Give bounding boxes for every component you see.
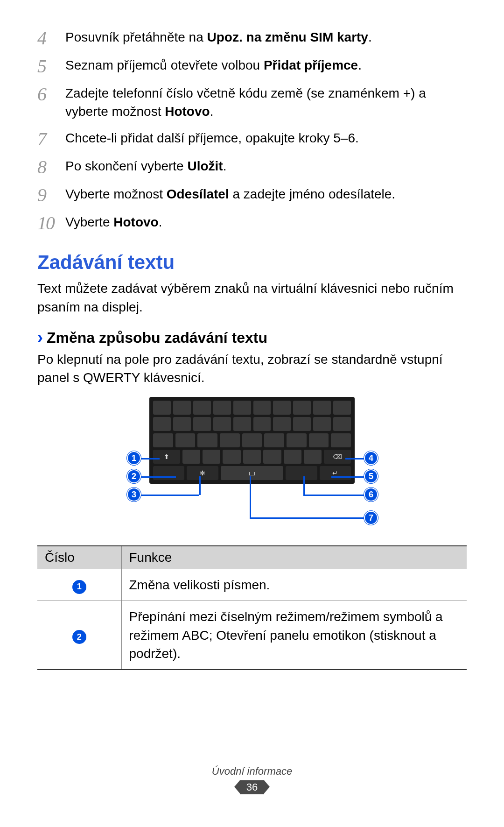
page-footer: Úvodní informace 36 <box>0 765 504 794</box>
step-number: 7 <box>37 129 65 148</box>
chevron-right-icon: › <box>37 329 43 346</box>
step: 8 Po skončení vyberte Uložit. <box>37 157 467 177</box>
table-cell: Přepínání mezi číselným režimem/režimem … <box>121 601 467 670</box>
callout-badge: 3 <box>127 488 141 502</box>
table-row: 2 Přepínání mezi číselným režimem/režime… <box>37 601 467 670</box>
callout-badge: 1 <box>127 451 141 465</box>
step: 10 Vyberte Hotovo. <box>37 213 467 233</box>
step-number: 8 <box>37 157 65 177</box>
table-cell: Změna velikosti písmen. <box>121 569 467 601</box>
keyboard-image: ⬆ ⌫ ✻ ⌴ ↵ <box>149 397 355 484</box>
section-description: Text můžete zadávat výběrem znaků na vir… <box>37 279 467 316</box>
footer-section-name: Úvodní informace <box>0 765 504 778</box>
step: 6 Zadejte telefonní číslo včetně kódu ze… <box>37 84 467 120</box>
table-header: Číslo <box>37 546 121 569</box>
section-heading: Zadávání textu <box>37 251 467 274</box>
gear-key-icon: ✻ <box>187 466 218 480</box>
callout-badge: 4 <box>364 451 378 465</box>
step-number: 4 <box>37 28 65 48</box>
callout-badge: 6 <box>364 488 378 502</box>
keyboard-figure: ⬆ ⌫ ✻ ⌴ ↵ 1 2 3 4 5 6 7 <box>84 397 420 532</box>
number-badge-icon: 1 <box>72 580 86 594</box>
step-text: Zadejte telefonní číslo včetně kódu země… <box>65 84 467 120</box>
step-number: 6 <box>37 84 65 104</box>
callout-badge: 2 <box>127 469 141 483</box>
subsection-description: Po klepnutí na pole pro zadávání textu, … <box>37 350 467 387</box>
step-text: Vyberte možnost Odesílatel a zadejte jmé… <box>65 185 467 203</box>
step-text: Vyberte Hotovo. <box>65 213 467 231</box>
page-number: 36 <box>240 780 264 794</box>
step-text: Posuvník přetáhněte na Upoz. na změnu SI… <box>65 28 467 46</box>
step-number: 9 <box>37 185 65 205</box>
callout-badge: 7 <box>364 511 378 525</box>
step-number: 5 <box>37 56 65 76</box>
step-text: Seznam příjemců otevřete volbou Přidat p… <box>65 56 467 74</box>
step-text: Chcete-li přidat další příjemce, opakujt… <box>65 129 467 147</box>
step: 5 Seznam příjemců otevřete volbou Přidat… <box>37 56 467 76</box>
step-text: Po skončení vyberte Uložit. <box>65 157 467 175</box>
number-badge-icon: 2 <box>72 630 86 644</box>
step: 9 Vyberte možnost Odesílatel a zadejte j… <box>37 185 467 205</box>
callout-badge: 5 <box>364 469 378 483</box>
subsection-heading: › Změna způsobu zadávání textu <box>37 329 467 346</box>
steps-list: 4 Posuvník přetáhněte na Upoz. na změnu … <box>37 28 467 233</box>
step-number: 10 <box>37 213 65 233</box>
space-key-icon: ⌴ <box>221 466 284 480</box>
table-header: Funkce <box>121 546 467 569</box>
enter-key-icon: ↵ <box>320 466 351 480</box>
step: 4 Posuvník přetáhněte na Upoz. na změnu … <box>37 28 467 48</box>
backspace-key-icon: ⌫ <box>324 450 351 464</box>
function-table: Číslo Funkce 1 Změna velikosti písmen. 2… <box>37 545 467 670</box>
table-row: 1 Změna velikosti písmen. <box>37 569 467 601</box>
step: 7 Chcete-li přidat další příjemce, opaku… <box>37 129 467 148</box>
shift-key-icon: ⬆ <box>153 450 180 464</box>
